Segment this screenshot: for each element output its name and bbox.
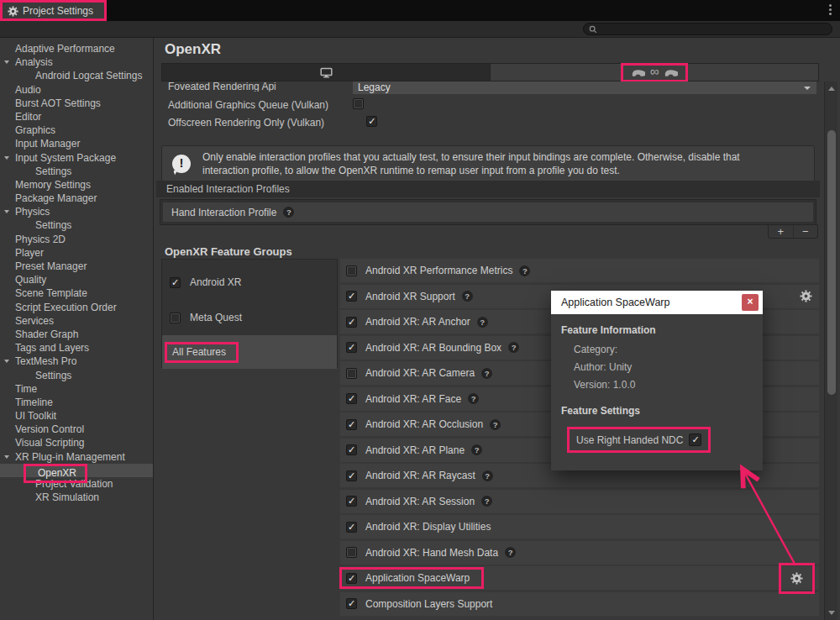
sidebar-item[interactable]: Editor	[0, 110, 153, 123]
sidebar-item[interactable]: Burst AOT Settings	[0, 97, 153, 110]
sidebar-item[interactable]: Adaptive Performance	[0, 42, 153, 55]
feature-group-meta-quest[interactable]: Meta Quest	[162, 305, 337, 330]
hand-interaction-profile-row[interactable]: Hand Interaction Profile	[163, 202, 813, 222]
feature-checkbox[interactable]	[346, 598, 357, 609]
feature-checkbox[interactable]	[346, 419, 357, 430]
help-icon[interactable]	[490, 419, 501, 430]
android-xr-group-checkbox[interactable]	[170, 277, 181, 288]
help-icon[interactable]	[471, 444, 482, 455]
feature-checkbox[interactable]	[346, 547, 357, 558]
feature-settings-gear[interactable]	[779, 563, 815, 594]
feature-row[interactable]: Android XR: Display Utilities	[340, 515, 819, 539]
sidebar-item[interactable]: UI Toolkit	[0, 409, 153, 423]
help-icon[interactable]	[481, 368, 492, 379]
feature-row[interactable]: Application SpaceWarp	[340, 566, 819, 590]
help-icon[interactable]	[481, 496, 492, 507]
sidebar-item[interactable]: Memory Settings	[0, 178, 153, 192]
feature-row[interactable]: Android XR Performance Metrics	[340, 259, 819, 282]
remove-profile-button[interactable]: −	[794, 225, 818, 238]
openxr-feature-groups-header: OpenXR Feature Groups	[165, 245, 292, 258]
sidebar-item-label: Settings	[35, 219, 71, 231]
sidebar-item[interactable]: Player	[0, 246, 153, 260]
sidebar-item[interactable]: Package Manager	[0, 192, 153, 205]
feature-checkbox[interactable]	[346, 573, 357, 584]
help-icon[interactable]	[519, 265, 530, 276]
feature-checkbox[interactable]	[346, 291, 357, 302]
sidebar-item[interactable]: Physics 2D	[0, 233, 153, 246]
sidebar-item[interactable]: Preset Manager	[0, 260, 153, 273]
foldout-arrow-icon[interactable]	[4, 60, 9, 64]
feature-row[interactable]: Android XR: AR Session	[340, 490, 819, 513]
sidebar-item[interactable]: Time	[0, 382, 153, 396]
help-icon[interactable]	[508, 342, 519, 353]
feature-checkbox[interactable]	[346, 470, 357, 481]
scroll-up-arrow-icon[interactable]	[828, 87, 835, 91]
sidebar-item[interactable]: Script Execution Order	[0, 301, 153, 314]
tab-desktop-platform[interactable]	[162, 64, 491, 81]
additional-graphics-queue-checkbox[interactable]	[353, 98, 364, 109]
help-icon[interactable]	[482, 470, 493, 481]
feature-checkbox[interactable]	[346, 317, 357, 328]
interaction-profiles-info-box: Only enable interaction profiles that yo…	[161, 145, 815, 182]
tab-android-xr-platform[interactable]	[491, 64, 818, 81]
feature-row[interactable]: Android XR: Hand Mesh Data	[340, 541, 819, 565]
sidebar-item[interactable]: TextMesh Pro	[0, 355, 153, 368]
sidebar-item[interactable]: Timeline	[0, 396, 153, 409]
help-icon[interactable]	[283, 207, 294, 218]
feature-settings-gear[interactable]	[800, 290, 812, 302]
vertical-scrollbar[interactable]	[824, 81, 837, 620]
sidebar-item[interactable]: XR Simulation	[0, 491, 153, 504]
sidebar-item[interactable]: Android Logcat Settings	[0, 69, 153, 82]
sidebar-item[interactable]: Version Control	[0, 423, 153, 436]
sidebar-item[interactable]: Audio	[0, 83, 153, 97]
close-icon[interactable]: ×	[742, 294, 759, 311]
foldout-arrow-icon[interactable]	[4, 360, 9, 363]
sidebar-item[interactable]: Settings	[0, 218, 153, 232]
sidebar-item[interactable]: Settings	[0, 165, 153, 178]
project-settings-tab[interactable]: Project Settings	[0, 1, 106, 21]
sidebar-item[interactable]: OpenXR	[0, 464, 153, 477]
foldout-arrow-icon[interactable]	[4, 156, 9, 160]
feature-checkbox[interactable]	[346, 265, 357, 276]
feature-group-android-xr[interactable]: Android XR	[162, 270, 337, 295]
sidebar-item[interactable]: Shader Graph	[0, 328, 153, 341]
use-right-handed-ndc-checkbox[interactable]	[689, 433, 701, 446]
kebab-menu-icon[interactable]	[829, 4, 832, 7]
feature-checkbox[interactable]	[346, 393, 357, 404]
annotation-box-platform-icons	[621, 63, 689, 82]
sidebar-item[interactable]: Input Manager	[0, 137, 153, 150]
feature-checkbox[interactable]	[346, 368, 357, 379]
offscreen-rendering-only-checkbox[interactable]	[366, 116, 377, 127]
all-features-row[interactable]: All Features	[162, 335, 337, 369]
sidebar-item[interactable]: Scene Template	[0, 286, 153, 300]
add-profile-button[interactable]: +	[769, 225, 794, 238]
sidebar-item[interactable]: Input System Package	[0, 151, 153, 165]
foveated-rendering-api-dropdown[interactable]: Legacy	[353, 81, 816, 94]
scroll-down-arrow-icon[interactable]	[828, 611, 835, 615]
feature-checkbox[interactable]	[346, 342, 357, 353]
foldout-arrow-icon[interactable]	[4, 210, 9, 213]
foldout-arrow-icon[interactable]	[4, 455, 9, 459]
help-icon[interactable]	[477, 317, 488, 328]
help-icon[interactable]	[505, 547, 516, 558]
feature-row[interactable]: Composition Layers Support	[340, 592, 819, 616]
sidebar-item[interactable]: Physics	[0, 205, 153, 218]
help-icon[interactable]	[462, 291, 473, 302]
sidebar-item[interactable]: XR Plug-in Management	[0, 450, 153, 464]
feature-checkbox[interactable]	[346, 496, 357, 507]
sidebar-item[interactable]: Visual Scripting	[0, 436, 153, 449]
help-icon[interactable]	[468, 393, 479, 404]
scrollbar-thumb[interactable]	[827, 130, 836, 395]
sidebar-item[interactable]: Services	[0, 314, 153, 328]
sidebar-item[interactable]: Quality	[0, 273, 153, 286]
search-input[interactable]	[601, 24, 827, 34]
sidebar-item[interactable]: Tags and Layers	[0, 341, 153, 355]
search-field[interactable]	[583, 23, 832, 35]
feature-checkbox[interactable]	[346, 522, 357, 533]
sidebar-item[interactable]: Graphics	[0, 123, 153, 137]
meta-quest-group-checkbox[interactable]	[170, 313, 181, 323]
sidebar-item[interactable]: Settings	[0, 369, 153, 382]
sidebar-item[interactable]: Analysis	[0, 55, 153, 69]
popup-body: Feature Information Category: Author: Un…	[551, 314, 763, 470]
feature-checkbox[interactable]	[346, 444, 357, 455]
